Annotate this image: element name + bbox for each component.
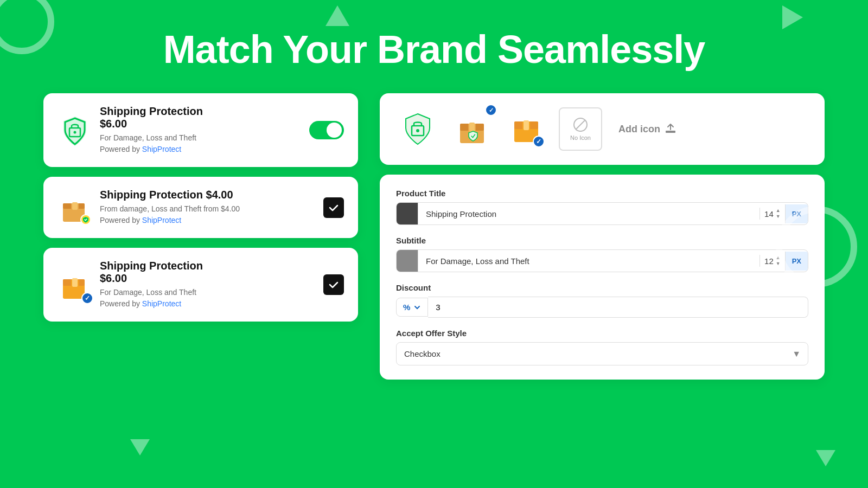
card-3-desc: For Damage, Loss and Theft Powered by Sh… [100,287,314,310]
svg-rect-5 [72,202,78,210]
card-3-icon: ✓ [58,268,90,301]
product-title-input[interactable] [418,204,760,224]
card-3-checkbox[interactable] [323,274,344,295]
product-title-unit: PX [785,204,808,223]
product-title-font-size: 14 ▲ ▼ [760,208,785,220]
card-3: ✓ Shipping Protection $6.00 For Damage, … [43,248,358,322]
subtitle-font-size-up[interactable]: ▲ [776,255,781,261]
card-2-desc: From damage, Loss and Theft from $4.00 P… [100,203,314,226]
badge-shield [80,214,91,225]
add-icon-button[interactable]: Add icon [618,123,676,135]
toggle-switch[interactable] [309,121,344,139]
card-3-text: Shipping Protection $6.00 For Damage, Lo… [100,260,314,310]
font-size-arrows[interactable]: ▲ ▼ [776,208,781,220]
svg-line-21 [576,120,585,129]
add-icon-label: Add icon [618,124,660,135]
card-1-text: Shipping Protection $6.00 For Damage, Lo… [100,105,299,155]
card-3-price: $6.00 [100,272,314,285]
discount-field: Discount % [396,283,808,318]
card-1-price: $6.00 [100,118,299,130]
svg-rect-9 [72,278,78,287]
discount-label: Discount [396,283,808,292]
subtitle-font-size-down[interactable]: ▼ [776,261,781,267]
accept-offer-select[interactable]: Checkbox Toggle Button [396,342,808,365]
badge-blue-check: ✓ [81,292,93,304]
deco-triangle-bottom-left [130,439,150,455]
accept-offer-field: Accept Offer Style Checkbox Toggle Butto… [396,329,808,365]
discount-row: % [396,297,808,318]
subtitle-input[interactable] [418,251,760,271]
card-2-text: Shipping Protection $4.00 From damage, L… [100,189,314,226]
subtitle-label: Subtitle [396,236,808,245]
svg-point-1 [74,131,76,134]
icon-picker: ✓ ✓ [380,93,825,165]
card-1-icon [58,114,90,146]
product-title-row: 14 ▲ ▼ PX [396,202,808,225]
selected-check: ✓ [485,104,497,116]
discount-type-select[interactable]: % [396,298,428,317]
product-title-field: Product Title 14 ▲ ▼ PX [396,189,808,225]
right-column: ✓ ✓ [380,93,825,380]
subtitle-row: 12 ▲ ▼ PX [396,249,808,272]
subtitle-font-size-arrows[interactable]: ▲ ▼ [776,255,781,267]
icon-option-shield[interactable] [396,107,439,151]
svg-point-11 [416,129,419,132]
card-1-title: Shipping Protection [100,105,299,118]
accept-offer-select-wrapper: Checkbox Toggle Button ▼ [396,342,808,365]
subtitle-unit: PX [785,252,808,271]
icon-option-none[interactable]: No Icon [559,107,602,151]
svg-rect-22 [666,131,675,133]
product-title-color-swatch[interactable] [397,203,418,224]
subtitle-field: Subtitle 12 ▲ ▼ PX [396,236,808,272]
card-1-desc: For Damage, Loss and Theft Powered by Sh… [100,132,299,155]
subtitle-font-size: 12 ▲ ▼ [760,255,785,267]
card-2: Shipping Protection $4.00 From damage, L… [43,177,358,238]
settings-form: Product Title 14 ▲ ▼ PX Subtitle [380,175,825,380]
cards-column: Shipping Protection $6.00 For Damage, Lo… [43,93,358,380]
no-icon-label: No Icon [570,134,591,141]
card-1-link[interactable]: ShipProtect [142,145,181,153]
deco-triangle-bottom-right [816,450,835,466]
discount-value-input[interactable] [428,297,808,318]
card-2-link[interactable]: ShipProtect [142,216,181,224]
icon-option-box-shield[interactable]: ✓ [450,107,494,151]
page-title: Match Your Brand Seamlessly [0,0,868,93]
card-3-link[interactable]: ShipProtect [142,299,181,308]
box-check-badge: ✓ [533,136,545,147]
product-title-label: Product Title [396,189,808,198]
card-1: Shipping Protection $6.00 For Damage, Lo… [43,93,358,167]
card-3-title: Shipping Protection [100,260,314,272]
font-size-down[interactable]: ▼ [776,214,781,220]
card-2-icon [58,191,90,224]
svg-rect-15 [469,123,475,132]
font-size-up[interactable]: ▲ [776,208,781,214]
card-2-checkbox[interactable] [323,197,344,218]
card-2-title: Shipping Protection $4.00 [100,189,314,201]
accept-offer-label: Accept Offer Style [396,329,808,338]
icon-option-box-check[interactable]: ✓ [505,107,548,151]
subtitle-color-swatch[interactable] [397,250,418,272]
discount-type-value: % [403,303,410,312]
svg-rect-19 [524,120,529,130]
